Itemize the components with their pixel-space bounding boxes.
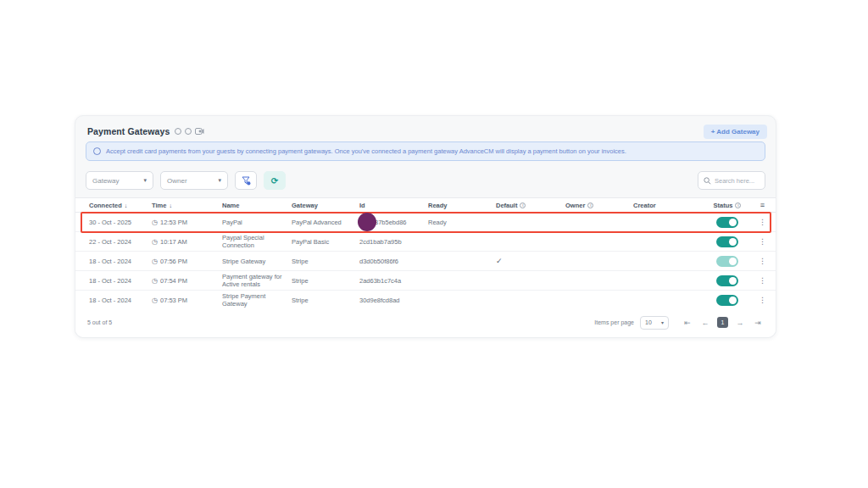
gateways-table: Connected↓ Time↓ Name Gateway Id Ready D… [75,197,776,337]
status-toggle[interactable] [716,295,738,306]
search-icon [704,177,711,185]
row-menu-icon[interactable]: ⋮ [759,297,766,304]
cell-gateway: Stripe [285,258,353,265]
col-header-gateway[interactable]: Gateway [285,202,353,209]
cell-connected: 18 - Oct - 2024 [82,297,145,304]
table-footer: 5 out of 5 Items per page 10 ▾ ⇤ ← 1 → ⇥ [75,308,776,337]
table-header-row: Connected↓ Time↓ Name Gateway Id Ready D… [75,198,776,213]
cell-status [698,256,749,267]
col-header-time[interactable]: Time↓ [145,202,215,209]
col-header-creator[interactable]: Creator [626,202,698,209]
items-per-page-label: Items per page [594,319,634,325]
search-input[interactable] [715,177,764,185]
help-icon[interactable] [185,128,192,135]
col-header-id[interactable]: Id [353,202,421,209]
cell-time: ◷07:53 PM [145,297,215,304]
info-icon [735,202,741,208]
row-menu-icon[interactable]: ⋮ [759,277,766,285]
cell-gateway: PayPal Basic [285,238,353,246]
cell-status [698,236,749,247]
table-row[interactable]: 30 - Oct - 2025 ◷12:53 PM PayPal PayPal … [75,213,776,232]
cell-time: ◷10:17 AM [145,238,215,246]
card-header: Payment Gateways + Add Gateway [87,122,767,141]
cell-status [698,275,749,286]
cell-status [698,295,749,306]
cell-connected: 30 - Oct - 2025 [82,219,145,226]
cell-actions: ⋮ [749,238,769,246]
cell-actions: ⋮ [749,297,769,304]
col-header-status[interactable]: Status [698,202,749,209]
sort-desc-icon[interactable]: ↓ [169,202,172,209]
clock-icon: ◷ [152,219,158,226]
columns-menu-icon: ≡ [760,202,765,209]
cell-actions: ⋮ [749,258,769,265]
page-title: Payment Gateways [87,126,170,136]
col-header-default[interactable]: Default [489,202,559,209]
column-settings-button[interactable]: ≡ [749,202,769,209]
col-header-owner[interactable]: Owner [559,202,626,209]
info-banner: Accept credit card payments from your gu… [86,141,765,161]
cell-status [698,217,749,228]
clear-filters-button[interactable] [235,171,257,190]
cell-time: ◷07:54 PM [145,277,215,285]
default-check-icon: ✓ [496,258,503,265]
filter-toolbar: Gateway ▾ Owner ▾ ⟳ [86,170,765,191]
row-menu-icon[interactable]: ⋮ [759,258,766,265]
add-gateway-button[interactable]: + Add Gateway [704,125,767,139]
gateway-filter-label: Gateway [92,177,120,185]
row-count-label: 5 out of 5 [87,319,112,325]
sort-desc-icon[interactable]: ↓ [125,202,128,209]
cell-actions: ⋮ [749,277,769,285]
col-header-connected[interactable]: Connected↓ [82,202,145,209]
chevron-down-icon: ▾ [143,177,147,184]
cell-time: ◷07:56 PM [145,258,215,265]
clock-icon: ◷ [152,258,158,265]
cell-ready: Ready [421,219,489,226]
banner-info-icon [93,147,101,155]
next-page-button[interactable]: → [734,319,746,327]
status-toggle[interactable] [716,217,738,228]
chevron-down-icon: ▾ [661,319,664,325]
last-page-button[interactable]: ⇥ [752,319,764,327]
owner-filter-select[interactable]: Owner ▾ [160,171,228,190]
first-page-button[interactable]: ⇤ [682,319,693,327]
chevron-down-icon: ▾ [218,177,221,184]
current-page-button[interactable]: 1 [717,317,728,328]
video-tutorial-icon[interactable] [195,128,204,135]
cell-id: 37b5ebd86 [353,219,421,226]
status-toggle[interactable] [716,275,738,286]
col-header-name[interactable]: Name [215,202,285,209]
cell-name: PayPal [215,219,285,226]
table-row[interactable]: 18 - Oct - 2024 ◷07:56 PM Stripe Gateway… [75,252,776,271]
cell-id: 2ad63b1c7c4a [353,277,421,285]
info-icon[interactable] [175,128,181,135]
payment-gateways-card: Payment Gateways + Add Gateway Accept cr… [75,115,776,338]
table-row[interactable]: 22 - Oct - 2024 ◷10:17 AM Paypal Special… [75,232,776,252]
cell-name: Stripe Payment Gateway [215,292,285,308]
pagination-controls: Items per page 10 ▾ ⇤ ← 1 → ⇥ [594,316,764,330]
cell-time: ◷12:53 PM [145,219,215,226]
cell-actions: ⋮ [749,219,769,226]
owner-filter-label: Owner [167,177,187,185]
cell-connected: 18 - Oct - 2024 [82,258,145,265]
search-container [698,171,765,190]
gateway-filter-select[interactable]: Gateway ▾ [86,171,153,190]
status-toggle[interactable] [716,256,738,267]
col-header-ready[interactable]: Ready [421,202,489,209]
cell-connected: 18 - Oct - 2024 [82,277,145,285]
prev-page-button[interactable]: ← [699,319,711,327]
cell-id: d3d0b50f86f6 [353,258,421,265]
refresh-button[interactable]: ⟳ [264,171,286,190]
cell-name: Payment gateway for Active rentals [215,273,285,288]
cell-gateway: Stripe [285,277,353,285]
info-icon [587,202,593,208]
row-menu-icon[interactable]: ⋮ [759,219,766,226]
cell-name: Paypal Special Connection [215,234,285,249]
items-per-page-select[interactable]: 10 ▾ [640,316,669,330]
clock-icon: ◷ [152,238,158,246]
row-menu-icon[interactable]: ⋮ [759,238,766,246]
status-toggle[interactable] [716,236,738,247]
refresh-icon: ⟳ [271,176,278,186]
table-row[interactable]: 18 - Oct - 2024 ◷07:54 PM Payment gatewa… [75,271,776,291]
info-icon [520,202,526,208]
